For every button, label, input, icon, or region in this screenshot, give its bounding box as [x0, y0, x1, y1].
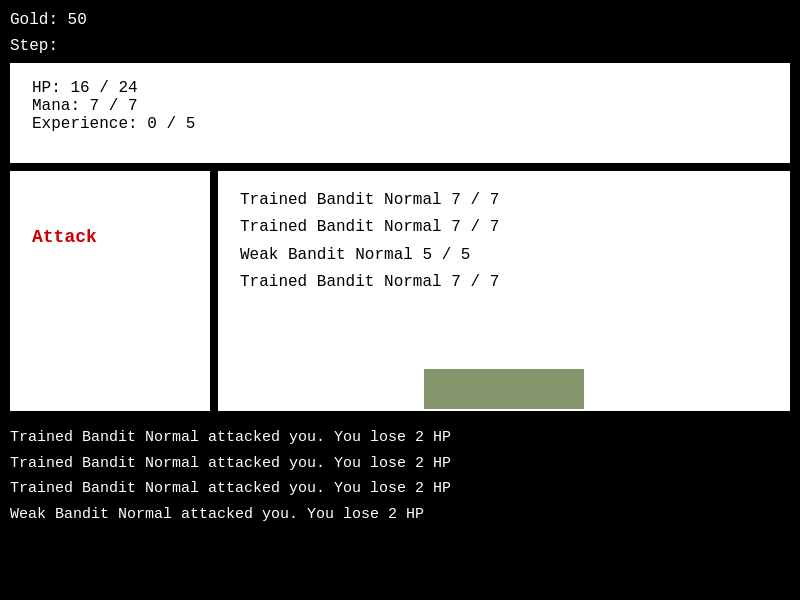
- mana-display: Mana: 7 / 7: [32, 97, 768, 115]
- enemy-row-2: Trained Bandit Normal 7 / 7: [240, 214, 768, 241]
- experience-display: Experience: 0 / 5: [32, 115, 768, 133]
- action-panel: Attack: [10, 171, 210, 411]
- log-line-1: Trained Bandit Normal attacked you. You …: [10, 425, 790, 451]
- enemy-row-4: Trained Bandit Normal 7 / 7: [240, 269, 768, 296]
- step-display: Step:: [10, 34, 790, 60]
- main-area: HP: 16 / 24 Mana: 7 / 7 Experience: 0 / …: [0, 63, 800, 419]
- battle-area: Attack Trained Bandit Normal 7 / 7 Train…: [10, 171, 790, 411]
- top-bar: Gold: 50 Step:: [0, 0, 800, 63]
- gold-display: Gold: 50: [10, 8, 790, 34]
- info-panel: HP: 16 / 24 Mana: 7 / 7 Experience: 0 / …: [10, 63, 790, 163]
- hp-display: HP: 16 / 24: [32, 79, 768, 97]
- enemy-row-1: Trained Bandit Normal 7 / 7: [240, 187, 768, 214]
- log-line-3: Trained Bandit Normal attacked you. You …: [10, 476, 790, 502]
- enemies-panel: Trained Bandit Normal 7 / 7 Trained Band…: [218, 171, 790, 411]
- log-line-4: Weak Bandit Normal attacked you. You los…: [10, 502, 790, 528]
- enemy-image: [424, 369, 584, 409]
- attack-button[interactable]: Attack: [32, 227, 97, 247]
- log-line-2: Trained Bandit Normal attacked you. You …: [10, 451, 790, 477]
- enemy-row-3: Weak Bandit Normal 5 / 5: [240, 242, 768, 269]
- battle-log: Trained Bandit Normal attacked you. You …: [0, 419, 800, 533]
